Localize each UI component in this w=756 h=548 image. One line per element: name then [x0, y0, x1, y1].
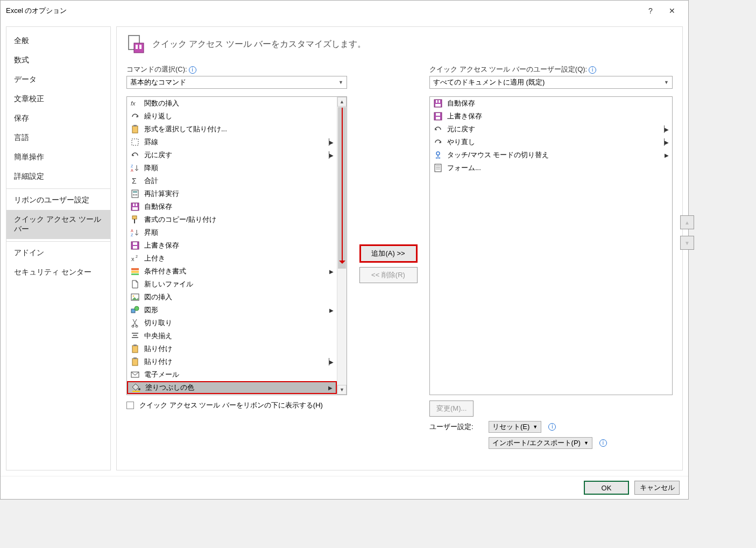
- list-item-label: 図形: [144, 305, 158, 315]
- add-button[interactable]: 追加(A) >>: [359, 244, 418, 263]
- left-scrollbar[interactable]: ▲ ▼: [337, 97, 347, 395]
- sort-az-icon: AZ: [129, 227, 141, 238]
- sidebar-item[interactable]: アドイン: [6, 241, 110, 263]
- commands-from-dropdown[interactable]: 基本的なコマンド ▼: [126, 76, 347, 89]
- reset-dropdown[interactable]: リセット(E)▼: [489, 421, 541, 433]
- list-item[interactable]: 図形▶: [127, 304, 337, 317]
- list-item[interactable]: fx関数の挿入: [127, 97, 337, 110]
- svg-point-57: [436, 152, 440, 155]
- submenu-indicator-icon: ▶: [665, 152, 669, 158]
- list-item[interactable]: 元に戻す▶: [430, 123, 672, 136]
- list-item[interactable]: 貼り付け: [127, 342, 337, 355]
- list-item[interactable]: 繰り返し: [127, 110, 337, 123]
- svg-rect-28: [131, 268, 139, 270]
- qat-listbox[interactable]: 自動保存上書き保存元に戻す▶やり直し▶タッチ/マウス モードの切り替え▶フォーム…: [430, 97, 672, 395]
- close-button[interactable]: ✕: [661, 6, 683, 15]
- annotation-arrow: [342, 108, 343, 263]
- commands-from-label: コマンドの選択(C):i: [126, 65, 347, 74]
- ok-button[interactable]: OK: [584, 481, 629, 495]
- svg-rect-29: [131, 271, 139, 273]
- sidebar-item[interactable]: 全般: [6, 31, 110, 51]
- svg-point-32: [133, 296, 135, 297]
- sidebar-item[interactable]: 保存: [6, 109, 110, 128]
- move-up-button[interactable]: ▲: [680, 215, 694, 229]
- svg-text:fx: fx: [131, 100, 136, 107]
- svg-rect-38: [133, 345, 137, 346]
- list-item[interactable]: x2上付き: [127, 252, 337, 265]
- list-item[interactable]: 再計算実行: [127, 187, 337, 200]
- sidebar-item[interactable]: 文章校正: [6, 89, 110, 109]
- list-item-label: 条件付き書式: [144, 266, 186, 276]
- info-icon[interactable]: i: [599, 439, 607, 447]
- list-item[interactable]: Σ合計: [127, 174, 337, 187]
- list-item[interactable]: ZA降順: [127, 161, 337, 174]
- list-item[interactable]: 罫線▶: [127, 136, 337, 149]
- sidebar-item[interactable]: リボンのユーザー設定: [6, 188, 110, 210]
- list-item[interactable]: 新しいファイル: [127, 278, 337, 291]
- move-down-button[interactable]: ▼: [680, 236, 694, 250]
- scroll-up-button[interactable]: ▲: [337, 97, 347, 107]
- list-item[interactable]: 表の挿入: [127, 394, 337, 395]
- list-item[interactable]: AZ昇順: [127, 226, 337, 239]
- list-item[interactable]: 中央揃え: [127, 329, 337, 342]
- sidebar-item[interactable]: クイック アクセス ツール バー: [6, 210, 110, 239]
- svg-text:x: x: [131, 256, 135, 262]
- svg-rect-51: [436, 100, 437, 103]
- sidebar-item[interactable]: 詳細設定: [6, 167, 110, 186]
- svg-rect-5: [132, 126, 138, 133]
- list-item[interactable]: 書式のコピー/貼り付け: [127, 213, 337, 226]
- info-icon[interactable]: i: [548, 423, 556, 431]
- list-item[interactable]: 自動保存: [127, 200, 337, 213]
- list-item[interactable]: 条件付き書式▶: [127, 265, 337, 278]
- header-title: クイック アクセス ツール バーをカスタマイズします。: [152, 39, 366, 50]
- sidebar-item[interactable]: データ: [6, 70, 110, 89]
- list-item[interactable]: フォーム...: [430, 161, 672, 174]
- customize-qat-dropdown[interactable]: すべてのドキュメントに適用 (既定) ▼: [429, 76, 673, 89]
- sidebar-item[interactable]: 簡単操作: [6, 147, 110, 167]
- svg-rect-18: [136, 203, 137, 206]
- svg-rect-17: [133, 203, 135, 206]
- sidebar-item[interactable]: 数式: [6, 51, 110, 70]
- list-item-label: タッチ/マウス モードの切り替え: [447, 150, 549, 160]
- list-item[interactable]: やり直し▶: [430, 136, 672, 149]
- list-item[interactable]: タッチ/マウス モードの切り替え▶: [430, 149, 672, 161]
- cancel-button[interactable]: キャンセル: [634, 481, 680, 495]
- qat-header-icon: [126, 34, 146, 54]
- svg-rect-2: [136, 45, 138, 49]
- paste-icon: [129, 343, 141, 354]
- list-item[interactable]: 自動保存: [430, 97, 672, 110]
- sidebar-item[interactable]: 言語: [6, 128, 110, 147]
- list-item[interactable]: 切り取り: [127, 317, 337, 329]
- submenu-indicator-icon: ▶: [329, 139, 334, 145]
- svg-point-15: [136, 194, 137, 195]
- list-item-label: 昇順: [144, 228, 158, 237]
- list-item[interactable]: 電子メール: [127, 368, 337, 381]
- list-item[interactable]: 貼り付け▶: [127, 355, 337, 368]
- svg-rect-25: [133, 246, 137, 249]
- scroll-down-button[interactable]: ▼: [337, 385, 347, 395]
- import-export-dropdown[interactable]: インポート/エクスポート(P)▼: [489, 437, 592, 449]
- center-icon: [129, 331, 141, 341]
- svg-rect-24: [133, 242, 137, 245]
- info-icon[interactable]: i: [189, 66, 196, 74]
- list-item[interactable]: 上書き保存: [127, 239, 337, 252]
- svg-point-34: [135, 306, 139, 311]
- list-item-label: 図の挿入: [144, 292, 172, 302]
- help-button[interactable]: ?: [640, 6, 661, 15]
- svg-rect-56: [436, 117, 440, 120]
- commands-listbox[interactable]: fx関数の挿入繰り返し形式を選択して貼り付け...罫線▶元に戻す▶ZA降順Σ合計…: [127, 97, 337, 395]
- list-item[interactable]: 図の挿入: [127, 291, 337, 304]
- list-item[interactable]: 上書き保存: [430, 110, 672, 123]
- submenu-indicator-icon: ▶: [329, 307, 334, 313]
- svg-rect-58: [435, 164, 441, 172]
- svg-rect-30: [131, 273, 139, 275]
- list-item-label: 形式を選択して貼り付け...: [144, 124, 227, 134]
- show-below-ribbon-checkbox[interactable]: [126, 402, 134, 409]
- autosave-icon: [432, 98, 444, 109]
- sidebar-item[interactable]: セキュリティ センター: [6, 263, 110, 282]
- list-item[interactable]: 形式を選択して貼り付け...: [127, 123, 337, 136]
- sort-za-icon: ZA: [129, 163, 141, 173]
- info-icon[interactable]: i: [589, 66, 596, 74]
- list-item[interactable]: 元に戻す▶: [127, 149, 337, 161]
- list-item[interactable]: 塗りつぶしの色▶: [127, 381, 337, 394]
